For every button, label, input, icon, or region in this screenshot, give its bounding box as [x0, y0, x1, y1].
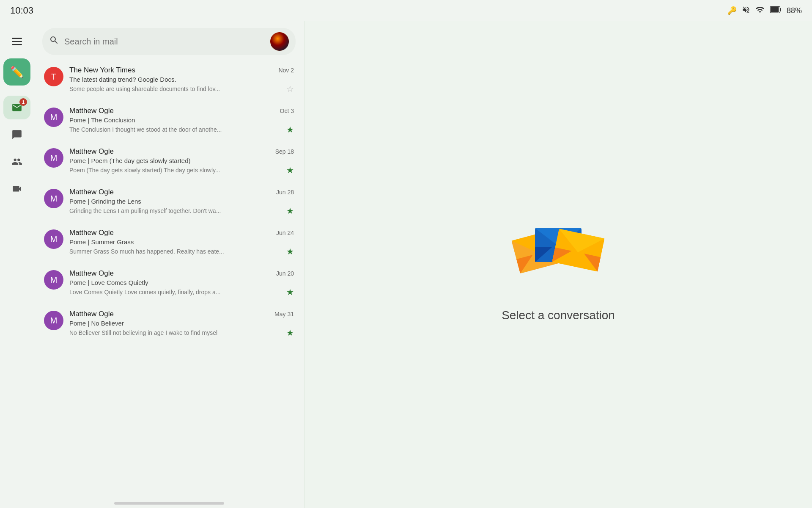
email-sender: Matthew Ogle — [69, 188, 114, 196]
email-preview: The Conclusion I thought we stood at the… — [69, 126, 283, 133]
status-bar: 10:03 🔑 88% — [0, 0, 812, 21]
email-avatar: M — [44, 189, 63, 208]
star-button[interactable]: ★ — [286, 328, 294, 338]
scroll-indicator — [114, 502, 224, 505]
key-icon: 🔑 — [727, 6, 737, 15]
video-icon — [11, 183, 22, 194]
email-preview: Love Comes Quietly Love comes quietly, f… — [69, 289, 283, 295]
email-item[interactable]: M Matthew Ogle Oct 3 Pome | The Conclusi… — [37, 101, 301, 141]
star-button[interactable]: ★ — [286, 206, 294, 216]
mail-badge: 1 — [19, 98, 27, 106]
email-list-panel: T The New York Times Nov 2 The latest da… — [34, 21, 304, 508]
email-preview: Summer Grass So much has happened. Reali… — [69, 248, 283, 255]
email-avatar: M — [44, 108, 63, 127]
email-header: Matthew Ogle Jun 28 — [69, 188, 294, 196]
right-panel: Select a conversation — [304, 21, 812, 508]
email-item[interactable]: M Matthew Ogle Jun 28 Pome | Grinding th… — [37, 182, 301, 222]
main-content: T The New York Times Nov 2 The latest da… — [34, 21, 812, 508]
email-content: Matthew Ogle Oct 3 Pome | The Conclusion… — [69, 107, 294, 135]
nav-item-meet[interactable] — [3, 150, 30, 174]
email-date: Sep 18 — [275, 148, 294, 155]
email-item[interactable]: M Matthew Ogle Sep 18 Pome | Poem (The d… — [37, 141, 301, 181]
search-icon — [49, 35, 59, 48]
email-sender: Matthew Ogle — [69, 107, 114, 115]
email-preview-row: Some people are using shareable document… — [69, 84, 294, 94]
email-item[interactable]: T The New York Times Nov 2 The latest da… — [37, 60, 301, 100]
status-icons: 🔑 88% — [727, 5, 802, 17]
email-preview: Poem (The day gets slowly started) The d… — [69, 167, 283, 174]
email-header: Matthew Ogle Jun 24 — [69, 229, 294, 237]
email-content: Matthew Ogle Jun 28 Pome | Grinding the … — [69, 188, 294, 216]
hamburger-button[interactable] — [7, 31, 27, 52]
chat-icon — [11, 129, 22, 140]
battery-percent: 88% — [787, 6, 802, 15]
email-avatar: M — [44, 148, 63, 168]
email-item[interactable]: M Matthew Ogle Jun 24 Pome | Summer Gras… — [37, 223, 301, 262]
compose-button[interactable]: ✏️ — [3, 58, 30, 86]
email-list: T The New York Times Nov 2 The latest da… — [34, 60, 304, 499]
email-content: Matthew Ogle Sep 18 Pome | Poem (The day… — [69, 147, 294, 175]
email-sender: The New York Times — [69, 66, 135, 75]
email-item[interactable]: M Matthew Ogle Jun 20 Pome | Love Comes … — [37, 263, 301, 303]
email-sender: Matthew Ogle — [69, 147, 114, 156]
email-preview: No Believer Still not believing in age I… — [69, 329, 283, 336]
email-sender: Matthew Ogle — [69, 229, 114, 237]
email-content: Matthew Ogle May 31 Pome | No Believer N… — [69, 310, 294, 338]
svg-rect-1 — [770, 7, 779, 12]
select-conversation-label: Select a conversation — [502, 309, 615, 322]
email-preview-row: No Believer Still not believing in age I… — [69, 328, 294, 338]
status-time: 10:03 — [10, 5, 33, 16]
email-header: Matthew Ogle May 31 — [69, 310, 294, 318]
email-sender: Matthew Ogle — [69, 310, 114, 318]
email-content: Matthew Ogle Jun 24 Pome | Summer Grass … — [69, 229, 294, 257]
nav-item-video[interactable] — [3, 177, 30, 201]
email-avatar: M — [44, 229, 63, 249]
email-subject: Pome | Summer Grass — [69, 238, 294, 246]
email-header: The New York Times Nov 2 — [69, 66, 294, 75]
email-date: Jun 20 — [276, 270, 294, 277]
email-date: Jun 28 — [276, 189, 294, 196]
email-date: Jun 24 — [276, 229, 294, 236]
mute-icon — [742, 6, 750, 16]
email-preview-row: Summer Grass So much has happened. Reali… — [69, 246, 294, 257]
nav-item-mail[interactable]: 1 — [3, 96, 30, 119]
email-preview-row: Poem (The day gets slowly started) The d… — [69, 165, 294, 175]
email-preview: Grinding the Lens I am pulling myself to… — [69, 207, 283, 214]
user-avatar-button[interactable] — [270, 32, 289, 51]
email-subject: Pome | No Believer — [69, 320, 294, 327]
battery-icon — [770, 6, 782, 15]
email-subject: Pome | Poem (The day gets slowly started… — [69, 157, 294, 164]
email-subject: The latest dating trend? Google Docs. — [69, 76, 294, 83]
star-button[interactable]: ★ — [286, 124, 294, 135]
search-bar[interactable] — [42, 28, 296, 55]
search-input[interactable] — [64, 37, 265, 47]
email-preview: Some people are using shareable document… — [69, 86, 283, 92]
mail-illustration — [508, 207, 609, 293]
email-avatar: M — [44, 270, 63, 290]
email-date: May 31 — [274, 311, 294, 318]
star-button[interactable]: ★ — [286, 287, 294, 297]
pencil-icon: ✏️ — [10, 66, 24, 79]
user-avatar — [270, 32, 289, 51]
email-preview-row: Love Comes Quietly Love comes quietly, f… — [69, 287, 294, 297]
email-date: Oct 3 — [280, 108, 294, 114]
nav-item-chat[interactable] — [3, 123, 30, 146]
email-header: Matthew Ogle Jun 20 — [69, 269, 294, 278]
email-subject: Pome | The Conclusion — [69, 116, 294, 124]
email-date: Nov 2 — [278, 67, 294, 74]
email-preview-row: The Conclusion I thought we stood at the… — [69, 124, 294, 135]
email-avatar: M — [44, 311, 63, 330]
email-item[interactable]: M Matthew Ogle May 31 Pome | No Believer… — [37, 304, 301, 344]
email-content: The New York Times Nov 2 The latest dati… — [69, 66, 294, 94]
email-header: Matthew Ogle Oct 3 — [69, 107, 294, 115]
email-avatar: T — [44, 67, 63, 86]
email-subject: Pome | Love Comes Quietly — [69, 279, 294, 286]
star-button[interactable]: ★ — [286, 246, 294, 257]
star-button[interactable]: ☆ — [286, 84, 294, 94]
sidebar: ✏️ 1 — [0, 21, 34, 508]
email-preview-row: Grinding the Lens I am pulling myself to… — [69, 206, 294, 216]
email-content: Matthew Ogle Jun 20 Pome | Love Comes Qu… — [69, 269, 294, 297]
star-button[interactable]: ★ — [286, 165, 294, 175]
email-header: Matthew Ogle Sep 18 — [69, 147, 294, 156]
people-icon — [11, 156, 22, 167]
